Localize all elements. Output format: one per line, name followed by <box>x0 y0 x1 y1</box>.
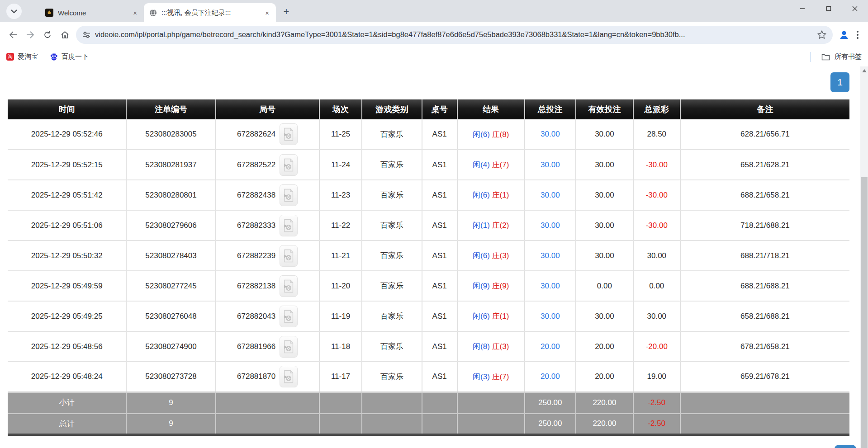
cell-session: 11-17 <box>319 362 362 392</box>
result-banker: 庄(1) <box>492 312 509 321</box>
tab-welcome[interactable]: Welcome × <box>40 3 144 22</box>
col-game-type: 游戏类别 <box>362 99 422 119</box>
cell-result: 闲(6) 庄(8) <box>457 119 525 150</box>
browser-menu-button[interactable] <box>852 31 863 39</box>
url-text[interactable]: videoie.com/ipl/portal.php/game/betrecor… <box>95 30 813 39</box>
cell-bet-no: 523080279606 <box>126 210 215 241</box>
profile-avatar-button[interactable] <box>836 27 852 42</box>
bookmark-aitaobao[interactable]: 淘 爱淘宝 <box>6 52 38 61</box>
result-banker: 庄(8) <box>492 130 509 139</box>
total-bet-link[interactable]: 20.00 <box>541 372 560 381</box>
video-file-icon <box>283 279 294 293</box>
cell-valid-bet: 30.00 <box>576 210 633 241</box>
cell-bet-no: 523080281937 <box>126 150 215 180</box>
result-player: 闲(3) <box>473 373 490 381</box>
bookmarks-divider <box>810 52 811 62</box>
cell-payout: 30.00 <box>633 241 680 271</box>
forward-button[interactable] <box>22 26 39 43</box>
video-replay-button[interactable] <box>280 366 298 387</box>
total-bet-link[interactable]: 30.00 <box>541 130 560 138</box>
cell-table-no: AS1 <box>422 241 457 271</box>
all-bookmarks[interactable]: 所有书签 <box>810 52 862 62</box>
tab-search-button[interactable] <box>6 4 22 19</box>
pagination-page-1-top[interactable]: 1 <box>830 72 849 92</box>
table-row: 2025-12-29 05:49:25 523080276048 6728820… <box>8 301 849 331</box>
result-player: 闲(8) <box>473 342 490 351</box>
url-bar[interactable]: videoie.com/ipl/portal.php/game/betrecor… <box>76 26 833 44</box>
total-bet-link[interactable]: 30.00 <box>541 312 560 321</box>
maximize-button[interactable] <box>816 0 842 17</box>
tab-bet-records[interactable]: :::视讯, 会员下注纪录::: × <box>144 3 276 22</box>
cell-time: 2025-12-29 05:48:56 <box>8 331 126 362</box>
cell-remark: 718.21/688.21 <box>680 210 849 241</box>
cell-total-bet: 30.00 <box>525 180 576 210</box>
video-replay-button[interactable] <box>280 336 298 358</box>
bookmarks-bar: 淘 爱淘宝 du 百度一下 所有书签 <box>0 47 868 66</box>
cell-round-no: 672882438 <box>216 180 319 210</box>
cell-bet-no: 523080277245 <box>126 271 215 301</box>
tab-close-icon[interactable]: × <box>131 8 139 18</box>
cell-result: 闲(9) 庄(9) <box>457 271 525 301</box>
video-replay-button[interactable] <box>280 154 298 176</box>
back-button[interactable] <box>5 26 22 43</box>
total-bet-link[interactable]: 30.00 <box>541 221 560 230</box>
pagination-page-1-bottom[interactable]: 1 <box>835 445 856 448</box>
video-replay-button[interactable] <box>280 306 298 327</box>
cell-round-no: 672882624 <box>216 119 319 150</box>
minimize-button[interactable] <box>789 0 816 17</box>
result-banker: 庄(7) <box>492 160 509 169</box>
col-valid-bet: 有效投注 <box>576 99 633 119</box>
total-bet-link[interactable]: 30.00 <box>541 160 560 169</box>
total-bet-link[interactable]: 30.00 <box>541 282 560 290</box>
cell-valid-bet: 30.00 <box>576 119 633 150</box>
cell-result: 闲(4) 庄(7) <box>457 150 525 180</box>
cell-session: 11-19 <box>319 301 362 331</box>
cell-table-no: AS1 <box>422 119 457 150</box>
cell-game-type: 百家乐 <box>362 210 422 241</box>
cell-valid-bet: 30.00 <box>576 150 633 180</box>
cell-time: 2025-12-29 05:51:42 <box>8 180 126 210</box>
cell-result: 闲(6) 庄(1) <box>457 180 525 210</box>
result-player: 闲(1) <box>473 221 490 230</box>
cell-bet-no: 523080278403 <box>126 241 215 271</box>
total-bet-link[interactable]: 30.00 <box>541 191 560 199</box>
cell-remark: 628.21/656.71 <box>680 119 849 150</box>
bookmark-baidu[interactable]: du 百度一下 <box>50 52 89 61</box>
close-window-button[interactable] <box>842 0 868 17</box>
cell-remark: 658.21/688.21 <box>680 301 849 331</box>
subtotal-payout: -2.50 <box>633 392 680 413</box>
total-bet-link[interactable]: 20.00 <box>541 342 560 351</box>
result-player: 闲(4) <box>473 160 490 169</box>
cell-payout: 0.00 <box>633 271 680 301</box>
cell-payout: -30.00 <box>633 210 680 241</box>
bet-records-table: 时间 注单编号 局号 场次 游戏类别 桌号 结果 总投注 有效投注 总派彩 备注… <box>8 99 849 436</box>
table-row: 2025-12-29 05:52:46 523080283005 6728826… <box>8 119 849 150</box>
browser-toolbar: videoie.com/ipl/portal.php/game/betrecor… <box>0 22 868 47</box>
reload-button[interactable] <box>39 26 56 43</box>
total-bet-link[interactable]: 30.00 <box>541 251 560 260</box>
scrollbar-up-icon[interactable] <box>862 69 867 72</box>
cell-session: 11-25 <box>319 119 362 150</box>
home-button[interactable] <box>56 26 73 43</box>
cell-time: 2025-12-29 05:49:25 <box>8 301 126 331</box>
result-player: 闲(9) <box>473 282 490 290</box>
cell-round-no: 672881966 <box>216 331 319 362</box>
round-number: 672882522 <box>237 160 275 170</box>
total-count: 9 <box>126 413 215 434</box>
total-valid-bet: 220.00 <box>576 413 633 434</box>
subtotal-total-bet: 250.00 <box>525 392 576 413</box>
video-replay-button[interactable] <box>280 123 298 145</box>
tab-close-icon[interactable]: × <box>263 8 271 18</box>
cell-time: 2025-12-29 05:48:24 <box>8 362 126 392</box>
video-replay-button[interactable] <box>280 184 298 206</box>
bookmark-star-icon[interactable] <box>817 30 826 39</box>
scrollbar-thumb[interactable] <box>861 177 868 448</box>
new-tab-button[interactable]: + <box>280 5 293 19</box>
cell-game-type: 百家乐 <box>362 362 422 392</box>
video-replay-button[interactable] <box>280 215 298 236</box>
page-scrollbar[interactable] <box>860 66 868 448</box>
subtotal-valid-bet: 220.00 <box>576 392 633 413</box>
video-replay-button[interactable] <box>280 245 298 267</box>
video-replay-button[interactable] <box>280 275 298 297</box>
result-banker: 庄(1) <box>492 191 509 199</box>
